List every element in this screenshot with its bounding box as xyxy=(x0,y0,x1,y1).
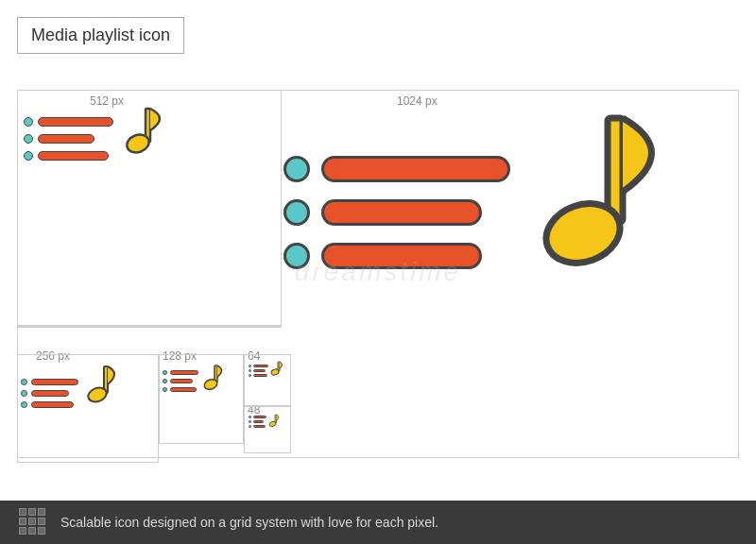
large-music-note xyxy=(524,109,676,298)
bar-256-1 xyxy=(31,379,78,385)
svg-point-9 xyxy=(270,368,280,376)
note-256 xyxy=(83,364,119,411)
large-row-2 xyxy=(284,199,510,226)
row-64-1 xyxy=(249,365,268,367)
row-64-2 xyxy=(249,369,268,372)
icon-title: Media playlist icon xyxy=(17,17,184,54)
grid-cell-5 xyxy=(28,518,36,525)
grid-cell-3 xyxy=(38,508,45,516)
row-64-3 xyxy=(249,374,268,377)
small-icon-512 xyxy=(24,104,169,161)
large-rows xyxy=(284,156,510,279)
dot-256-1 xyxy=(21,379,27,385)
dot-128-2 xyxy=(163,379,167,383)
bar-128-2 xyxy=(170,379,193,383)
dot-48-3 xyxy=(249,425,251,428)
large-bar-1 xyxy=(321,156,510,182)
bar-128-1 xyxy=(170,370,198,375)
bar-48-2 xyxy=(253,420,264,423)
dot-48-2 xyxy=(249,420,251,423)
small-music-note xyxy=(117,104,169,165)
large-icon-1024 xyxy=(284,109,676,279)
icon-48 xyxy=(249,414,280,428)
small-row-2 xyxy=(24,134,113,144)
bar-64-3 xyxy=(253,374,267,377)
icon-256 xyxy=(21,364,119,408)
dot-128-1 xyxy=(163,370,167,375)
divider-line xyxy=(17,326,282,328)
row-128-1 xyxy=(163,370,198,375)
large-row-1 xyxy=(284,156,510,182)
small-bar-3 xyxy=(38,151,109,161)
rows-64 xyxy=(249,365,268,377)
grid-cell-2 xyxy=(28,508,36,516)
grid-cell-6 xyxy=(38,518,45,525)
row-256-3 xyxy=(21,401,78,408)
small-rows xyxy=(24,117,113,161)
grid-cell-9 xyxy=(38,527,45,535)
footer-grid-icon xyxy=(19,508,47,536)
dot-256-2 xyxy=(21,390,27,397)
small-row-1 xyxy=(24,117,113,127)
bar-128-3 xyxy=(170,387,197,392)
small-bar-1 xyxy=(38,117,113,127)
bar-48-3 xyxy=(253,425,266,428)
dot-64-3 xyxy=(249,374,251,377)
large-dot-1 xyxy=(284,156,310,182)
dot-64-1 xyxy=(249,365,251,367)
rows-48 xyxy=(249,416,266,428)
dot-256-3 xyxy=(21,401,27,408)
row-128-2 xyxy=(163,379,198,383)
row-256-2 xyxy=(21,390,78,397)
row-48-2 xyxy=(249,420,266,423)
large-bar-3 xyxy=(321,243,482,269)
icon-128 xyxy=(163,364,225,392)
small-dot-3 xyxy=(24,151,33,161)
bar-48-1 xyxy=(253,416,266,418)
grid-cell-4 xyxy=(19,518,26,525)
note-48 xyxy=(268,414,280,429)
bar-64-1 xyxy=(253,365,268,367)
small-dot-1 xyxy=(24,117,33,127)
small-row-3 xyxy=(24,151,113,161)
large-bar-2 xyxy=(321,199,482,226)
icon-64 xyxy=(249,361,284,377)
bar-256-3 xyxy=(31,401,74,408)
small-bar-2 xyxy=(38,134,94,144)
large-dot-2 xyxy=(284,199,310,226)
row-128-3 xyxy=(163,387,198,392)
grid-cell-1 xyxy=(19,508,26,516)
svg-point-11 xyxy=(268,420,276,427)
grid-cell-7 xyxy=(19,527,26,535)
note-64 xyxy=(270,361,284,378)
dot-128-3 xyxy=(163,387,167,392)
dot-48-1 xyxy=(249,416,251,418)
row-48-3 xyxy=(249,425,266,428)
rows-128 xyxy=(163,370,198,392)
dot-64-2 xyxy=(249,369,251,372)
small-dot-2 xyxy=(24,134,33,144)
row-256-1 xyxy=(21,379,78,385)
rows-256 xyxy=(21,379,78,408)
row-48-1 xyxy=(249,416,266,418)
large-dot-3 xyxy=(284,243,310,269)
footer-text: Scalable icon designed on a grid system … xyxy=(60,515,438,530)
bar-64-2 xyxy=(253,369,266,372)
grid-cell-8 xyxy=(28,527,36,535)
large-row-3 xyxy=(284,243,510,269)
note-128 xyxy=(201,364,225,394)
bar-256-2 xyxy=(31,390,69,397)
footer: Scalable icon designed on a grid system … xyxy=(0,501,756,544)
